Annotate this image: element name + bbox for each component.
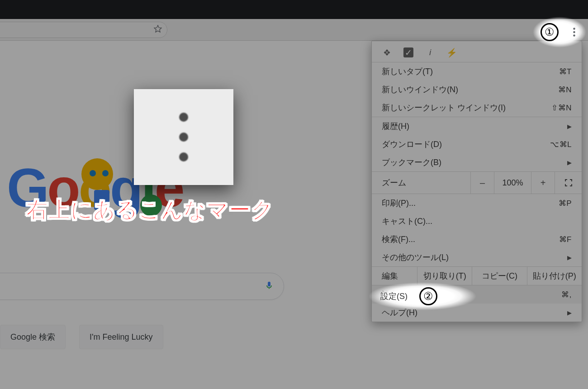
extension-icon[interactable]: ✓: [403, 47, 413, 57]
menu-item-shortcut: ⌘F: [559, 235, 572, 244]
fullscreen-button[interactable]: [555, 172, 582, 194]
extension-icon[interactable]: ⚡: [447, 47, 457, 57]
voice-search-icon[interactable]: [265, 279, 274, 294]
chevron-right-icon: ▶: [567, 123, 572, 130]
menu-item-shortcut: ⌘T: [559, 67, 572, 76]
page-background: Google Google 検索 I'm Feeling Lucky ❖ ✓ i…: [0, 0, 588, 389]
annotation-highlight-1: ①: [533, 17, 586, 47]
feeling-lucky-button[interactable]: I'm Feeling Lucky: [79, 325, 163, 349]
svg-point-5: [573, 34, 575, 36]
annotation-badge-2: ②: [419, 287, 437, 305]
menu-item-label: ブックマーク(B): [382, 157, 441, 168]
browser-toolbar: [0, 19, 588, 41]
svg-point-4: [573, 31, 575, 33]
menu-print[interactable]: 印刷(P)... ⌘P: [372, 194, 582, 212]
bookmark-star-icon[interactable]: [153, 24, 162, 35]
zoom-out-button[interactable]: –: [470, 172, 494, 194]
google-search-input[interactable]: [0, 273, 284, 300]
zoom-in-button[interactable]: +: [531, 172, 555, 194]
tab-strip: [0, 0, 588, 19]
menu-item-label: 新しいシークレット ウインドウ(I): [382, 102, 506, 113]
menu-item-label: 履歴(H): [382, 121, 409, 132]
chevron-right-icon: ▶: [567, 309, 572, 316]
annotation-highlight-2: 設定(S) ②: [369, 282, 476, 310]
address-bar[interactable]: [0, 22, 167, 38]
menu-bookmarks[interactable]: ブックマーク(B) ▶: [372, 153, 582, 171]
menu-item-label: 新しいタブ(T): [382, 66, 433, 77]
menu-new-window[interactable]: 新しいウインドウ(N) ⌘N: [372, 81, 582, 99]
menu-downloads[interactable]: ダウンロード(D) ⌥⌘L: [372, 135, 582, 153]
extension-icon[interactable]: i: [425, 47, 435, 57]
kebab-icon: [179, 113, 188, 161]
google-search-button[interactable]: Google 検索: [0, 325, 66, 349]
svg-point-3: [573, 28, 575, 29]
menu-item-label: 新しいウインドウ(N): [382, 84, 458, 95]
menu-zoom-row: ズーム – 100% +: [372, 172, 582, 194]
menu-item-shortcut: ⌥⌘L: [550, 140, 572, 149]
menu-item-shortcut: ⌘N: [558, 85, 572, 95]
callout-text: 右上にあるこんなマーク: [26, 195, 274, 224]
menu-find[interactable]: 検索(F)... ⌘F: [372, 230, 582, 248]
menu-new-tab[interactable]: 新しいタブ(T) ⌘T: [372, 62, 582, 81]
menu-item-label: 検索(F)...: [382, 234, 415, 245]
menu-more-tools[interactable]: その他のツール(L) ▶: [372, 248, 582, 266]
menu-item-shortcut: ⌘P: [559, 199, 572, 208]
menu-item-label: 印刷(P)...: [382, 198, 416, 209]
menu-item-label: その他のツール(L): [382, 252, 449, 263]
chevron-right-icon: ▶: [567, 159, 572, 166]
menu-cast[interactable]: キャスト(C)...: [372, 212, 582, 230]
chrome-menu: ❖ ✓ i ⚡ 新しいタブ(T) ⌘T 新しいウインドウ(N) ⌘N 新しいシー…: [371, 41, 582, 322]
extension-icon[interactable]: ❖: [382, 47, 392, 57]
menu-item-label: キャスト(C)...: [382, 216, 432, 227]
chevron-right-icon: ▶: [567, 254, 572, 261]
menu-copy[interactable]: コピー(C): [472, 267, 526, 285]
menu-history[interactable]: 履歴(H) ▶: [372, 117, 582, 135]
annotation-badge-1: ①: [541, 23, 559, 41]
menu-settings-label[interactable]: 設定(S): [380, 291, 408, 302]
callout-kebab-zoom: [134, 89, 233, 185]
menu-new-incognito[interactable]: 新しいシークレット ウインドウ(I) ⇧⌘N: [372, 99, 582, 117]
menu-paste[interactable]: 貼り付け(P): [527, 267, 582, 285]
menu-zoom-label: ズーム: [372, 177, 470, 188]
menu-item-shortcut: ⇧⌘N: [551, 103, 572, 113]
menu-item-label: ダウンロード(D): [382, 139, 442, 150]
kebab-icon[interactable]: [568, 23, 580, 41]
menu-item-shortcut: ⌘,: [561, 290, 572, 299]
zoom-value: 100%: [494, 172, 531, 194]
